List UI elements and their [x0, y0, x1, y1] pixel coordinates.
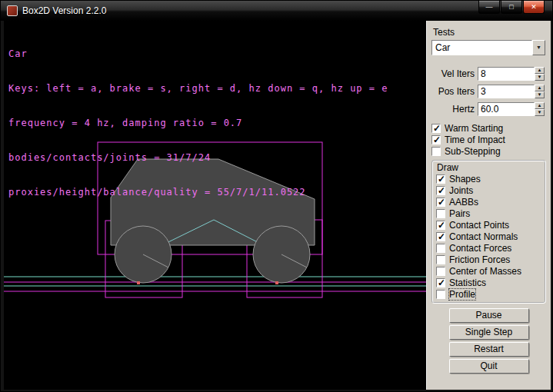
checkbox-friction-forces[interactable]: Friction Forces — [436, 254, 541, 265]
spinner-up-icon[interactable]: ▲ — [535, 67, 545, 74]
checkbox-label: Contact Points — [449, 220, 509, 231]
minimize-button[interactable]: — — [478, 1, 500, 14]
checkbox-label: Sub-Stepping — [445, 146, 501, 157]
pause-button[interactable]: Pause — [449, 308, 529, 323]
checkbox-joints[interactable]: Joints — [436, 184, 541, 196]
draw-group: Draw Shapes Joints AABBs Pairs — [431, 160, 546, 304]
checkbox-box[interactable] — [436, 221, 445, 230]
overlay-line-stats: bodies/contacts/joints = 31/7/24 — [8, 152, 388, 164]
pos-iters-input[interactable] — [478, 85, 535, 98]
checkbox-label: AABBs — [449, 197, 478, 208]
checkbox-box[interactable] — [436, 174, 445, 184]
close-button[interactable]: ✕ — [523, 1, 545, 14]
physics-canvas[interactable]: Car Keys: left = a, brake = s, right = d… — [4, 21, 426, 390]
pos-iters-spinner: ▲ ▼ — [535, 85, 545, 98]
checkbox-label: Time of Impact — [445, 135, 505, 145]
checkbox-pairs[interactable]: Pairs — [436, 208, 541, 219]
vel-iters-label: Vel Iters — [431, 68, 475, 79]
checkbox-box[interactable] — [436, 290, 445, 299]
checkbox-warm-starting[interactable]: Warm Starting — [431, 122, 546, 134]
window-content: Car Keys: left = a, brake = s, right = d… — [1, 21, 552, 390]
spinner-up-icon[interactable]: ▲ — [535, 85, 545, 91]
checkbox-label: Warm Starting — [445, 123, 503, 134]
checkbox-contact-points[interactable]: Contact Points — [436, 219, 541, 231]
debug-text-overlay: Car Keys: left = a, brake = s, right = d… — [8, 25, 388, 221]
checkbox-profile[interactable]: Profile — [436, 288, 541, 300]
checkbox-contact-normals[interactable]: Contact Normals — [436, 231, 541, 242]
hertz-input[interactable] — [478, 102, 535, 116]
checkbox-shapes[interactable]: Shapes — [436, 173, 541, 184]
restart-button[interactable]: Restart — [449, 342, 529, 357]
vel-iters-spinner: ▲ ▼ — [535, 67, 545, 81]
checkbox-box[interactable] — [431, 124, 441, 133]
checkbox-label: Contact Normals — [449, 231, 518, 242]
checkbox-label: Statistics — [449, 277, 486, 288]
spinner-down-icon[interactable]: ▼ — [535, 109, 545, 116]
checkbox-label: Joints — [449, 185, 473, 196]
checkbox-label: Friction Forces — [449, 254, 510, 265]
iteration-spinners: Vel Iters ▲ ▼ Pos Iters ▲ ▼ He — [431, 65, 546, 118]
checkbox-time-of-impact[interactable]: Time of Impact — [431, 134, 546, 145]
tests-dropdown-value[interactable]: Car — [431, 40, 532, 55]
overlay-line-title: Car — [8, 48, 388, 60]
app-icon — [7, 5, 18, 16]
checkbox-box[interactable] — [436, 209, 445, 218]
checkbox-box[interactable] — [436, 267, 445, 276]
contact-point — [137, 281, 140, 284]
pos-iters-row: Pos Iters ▲ ▼ — [431, 82, 546, 100]
single-step-button[interactable]: Single Step — [449, 325, 529, 340]
checkbox-label: Profile — [449, 289, 475, 300]
action-buttons: Pause Single Step Restart Quit — [431, 308, 546, 376]
spinner-down-icon[interactable]: ▼ — [535, 91, 545, 98]
tests-label: Tests — [431, 27, 546, 38]
checkbox-aabbs[interactable]: AABBs — [436, 196, 541, 208]
checkbox-label: Center of Masses — [449, 266, 521, 277]
checkbox-label: Pairs — [449, 208, 470, 219]
solver-options: Warm Starting Time of Impact Sub-Steppin… — [431, 122, 546, 157]
maximize-button[interactable]: □ — [501, 1, 522, 14]
hertz-spinner: ▲ ▼ — [535, 102, 545, 116]
checkbox-box[interactable] — [436, 232, 445, 241]
checkbox-box[interactable] — [431, 135, 441, 145]
draw-group-title: Draw — [436, 162, 541, 173]
checkbox-box[interactable] — [436, 186, 445, 195]
vel-iters-input[interactable] — [478, 67, 535, 81]
hertz-label: Hertz — [431, 104, 475, 115]
checkbox-box[interactable] — [436, 255, 445, 264]
title-bar[interactable]: Box2D Version 2.2.0 — □ ✕ — [1, 1, 552, 21]
contact-point — [275, 281, 278, 284]
spinner-up-icon[interactable]: ▲ — [535, 102, 545, 109]
checkbox-label: Contact Forces — [449, 243, 511, 254]
overlay-line-proxies: proxies/height/balance/quality = 55/7/1/… — [8, 187, 388, 198]
checkbox-box[interactable] — [436, 278, 445, 287]
checkbox-contact-forces[interactable]: Contact Forces — [436, 242, 541, 254]
checkbox-box[interactable] — [436, 244, 445, 253]
checkbox-box[interactable] — [431, 147, 441, 156]
overlay-line-frequency: frequency = 4 hz, damping ratio = 0.7 — [8, 118, 388, 129]
pos-iters-label: Pos Iters — [431, 86, 475, 97]
checkbox-center-of-masses[interactable]: Center of Masses — [436, 265, 541, 277]
checkbox-statistics[interactable]: Statistics — [436, 277, 541, 288]
vel-iters-row: Vel Iters ▲ ▼ — [431, 65, 546, 82]
checkbox-box[interactable] — [436, 198, 445, 207]
overlay-line-keys: Keys: left = a, brake = s, right = d, hz… — [8, 83, 388, 95]
checkbox-label: Shapes — [449, 174, 481, 184]
app-window: Box2D Version 2.2.0 — □ ✕ Car Keys: left… — [0, 0, 553, 392]
window-controls: — □ ✕ — [478, 1, 545, 14]
hertz-row: Hertz ▲ ▼ — [431, 100, 546, 118]
sidebar-panel: Tests Car ▼ Vel Iters ▲ ▼ Pos Iters — [426, 21, 551, 390]
tests-dropdown[interactable]: Car ▼ — [431, 40, 545, 55]
quit-button[interactable]: Quit — [449, 359, 529, 374]
window-title: Box2D Version 2.2.0 — [22, 5, 106, 16]
checkbox-sub-stepping[interactable]: Sub-Stepping — [431, 145, 546, 157]
spinner-down-icon[interactable]: ▼ — [535, 74, 545, 81]
dropdown-arrow-icon[interactable]: ▼ — [532, 40, 545, 55]
